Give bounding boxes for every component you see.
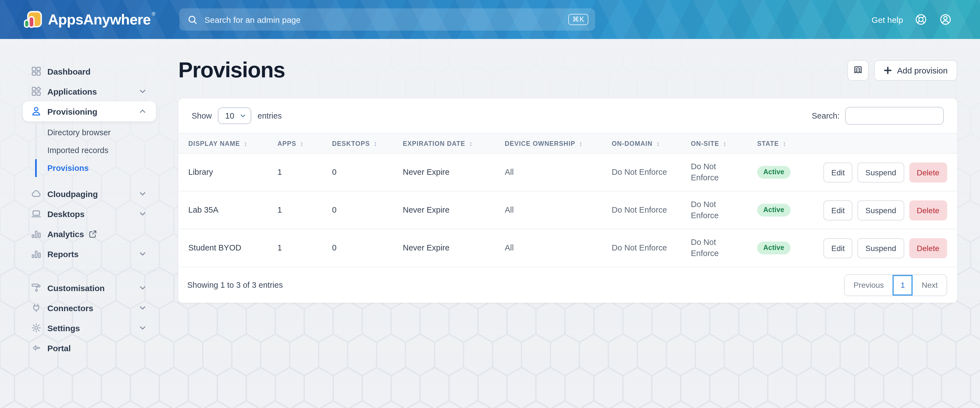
- entries-summary: Showing 1 to 3 of 3 entries: [187, 281, 283, 289]
- sort-icon: ↕: [469, 140, 473, 147]
- header-right: Get help: [872, 13, 952, 26]
- sidebar-item-cloudpaging[interactable]: Cloudpaging: [23, 184, 156, 204]
- table-row: Lab 35A 1 0 Never Expire All Do Not Enfo…: [178, 191, 957, 229]
- col-display-name[interactable]: Display Name↕: [178, 133, 269, 153]
- search-icon: [187, 14, 198, 25]
- edit-button[interactable]: Edit: [823, 200, 853, 220]
- chevron-down-icon: [138, 189, 147, 198]
- chevron-up-icon: [138, 107, 147, 116]
- add-provision-button[interactable]: Add provision: [874, 60, 957, 81]
- table-row: Student BYOD 1 0 Never Expire All Do Not…: [178, 229, 957, 267]
- table-header-row: Display Name↕ Apps↕ Desktops↕ Expiration…: [178, 133, 957, 153]
- chevron-down-icon: [138, 87, 147, 96]
- sidebar-item-reports[interactable]: Reports: [23, 244, 156, 264]
- delete-button[interactable]: Delete: [909, 162, 947, 182]
- col-on-domain[interactable]: On-Domain↕: [603, 133, 682, 153]
- cell-display-name: Student BYOD: [178, 229, 269, 267]
- sort-icon: ↕: [723, 140, 727, 147]
- next-page-button[interactable]: Next: [913, 275, 947, 295]
- sidebar-item-analytics[interactable]: Analytics: [23, 224, 156, 244]
- col-device-ownership[interactable]: Device Ownership↕: [496, 133, 603, 153]
- cell-on-domain: Do Not Enforce: [603, 153, 682, 191]
- gear-icon: [31, 322, 42, 333]
- top-header: AppsAnywhere ® ⌘K Get help: [0, 0, 980, 39]
- external-link-icon: [89, 230, 97, 238]
- sidebar-item-applications[interactable]: Applications: [23, 81, 156, 101]
- chevron-down-icon: [138, 209, 147, 218]
- sort-icon: ↕: [374, 140, 377, 147]
- edit-button[interactable]: Edit: [823, 238, 853, 258]
- sidebar-item-provisions[interactable]: Provisions: [35, 159, 178, 177]
- current-page-button[interactable]: 1: [893, 275, 913, 295]
- sidebar-item-dashboard[interactable]: Dashboard: [23, 61, 156, 81]
- sidebar-item-customisation[interactable]: Customisation: [23, 278, 156, 298]
- cloud-icon: [31, 188, 42, 199]
- plug-icon: [31, 302, 42, 313]
- cell-state: Active: [748, 191, 809, 229]
- cell-apps: 1: [269, 229, 323, 267]
- laptop-icon: [31, 208, 42, 219]
- col-apps[interactable]: Apps↕: [269, 133, 323, 153]
- main-content: Provisions Add: [178, 39, 957, 358]
- get-help-link[interactable]: Get help: [872, 15, 903, 24]
- page-size-select[interactable]: 10: [218, 108, 251, 124]
- provisioning-person-icon: [31, 106, 42, 117]
- status-badge: Active: [757, 204, 790, 216]
- sort-icon: ↕: [300, 140, 304, 147]
- col-state[interactable]: State↕: [748, 133, 809, 153]
- cell-expiration: Never Expire: [394, 191, 496, 229]
- cell-display-name: Lab 35A: [178, 191, 269, 229]
- table-row: Library 1 0 Never Expire All Do Not Enfo…: [178, 153, 957, 191]
- admin-search[interactable]: ⌘K: [180, 8, 595, 31]
- cell-state: Active: [748, 229, 809, 267]
- book-icon: [853, 65, 864, 76]
- pagination: Previous 1 Next: [844, 274, 947, 296]
- sidebar-divider: [23, 270, 167, 271]
- sidebar-item-directory-browser[interactable]: Directory browser: [35, 124, 178, 141]
- sort-icon: ↕: [656, 140, 660, 147]
- brand[interactable]: AppsAnywhere ®: [24, 10, 156, 29]
- cell-desktops: 0: [323, 191, 394, 229]
- col-on-site[interactable]: On-Site↕: [682, 133, 748, 153]
- show-label: Show: [192, 111, 212, 120]
- bar-chart-icon: [31, 248, 42, 259]
- chevron-down-icon: [138, 283, 147, 292]
- sidebar-item-imported-records[interactable]: Imported records: [35, 141, 178, 159]
- chevron-down-icon: [138, 323, 147, 332]
- sidebar-item-portal[interactable]: Portal: [23, 338, 156, 358]
- appsanywhere-logo-icon: [24, 10, 42, 29]
- col-desktops[interactable]: Desktops↕: [323, 133, 394, 153]
- table-search-label: Search:: [812, 111, 840, 120]
- suspend-button[interactable]: Suspend: [858, 238, 904, 258]
- edit-button[interactable]: Edit: [823, 162, 853, 182]
- cell-actions: Edit Suspend Delete: [809, 191, 957, 229]
- cell-on-domain: Do Not Enforce: [603, 229, 682, 267]
- admin-search-input[interactable]: [204, 14, 568, 25]
- suspend-button[interactable]: Suspend: [858, 162, 904, 182]
- cell-actions: Edit Suspend Delete: [809, 229, 957, 267]
- docs-button[interactable]: [847, 60, 869, 81]
- sidebar-item-settings[interactable]: Settings: [23, 318, 156, 338]
- status-badge: Active: [757, 166, 790, 179]
- cell-on-site: Do Not Enforce: [682, 191, 748, 229]
- dashboard-icon: [31, 66, 42, 77]
- shortcut-badge: ⌘K: [568, 14, 588, 25]
- cell-device-ownership: All: [496, 153, 603, 191]
- suspend-button[interactable]: Suspend: [858, 200, 904, 220]
- paint-roller-icon: [31, 282, 42, 293]
- delete-button[interactable]: Delete: [909, 200, 947, 220]
- table-search-input[interactable]: [845, 107, 944, 125]
- cell-apps: 1: [269, 191, 323, 229]
- brand-name: AppsAnywhere: [48, 10, 151, 29]
- previous-page-button[interactable]: Previous: [845, 275, 893, 295]
- plus-icon: [884, 66, 892, 74]
- col-expiration-date[interactable]: Expiration Date↕: [394, 133, 496, 153]
- account-icon[interactable]: [939, 13, 952, 26]
- sidebar-item-connectors[interactable]: Connectors: [23, 298, 156, 318]
- sidebar-item-desktops[interactable]: Desktops: [23, 204, 156, 224]
- help-icon[interactable]: [914, 13, 928, 26]
- cell-on-site: Do Not Enforce: [682, 153, 748, 191]
- sidebar-item-provisioning[interactable]: Provisioning: [23, 101, 156, 121]
- app-root: AppsAnywhere ® ⌘K Get help: [0, 0, 980, 408]
- delete-button[interactable]: Delete: [909, 238, 947, 258]
